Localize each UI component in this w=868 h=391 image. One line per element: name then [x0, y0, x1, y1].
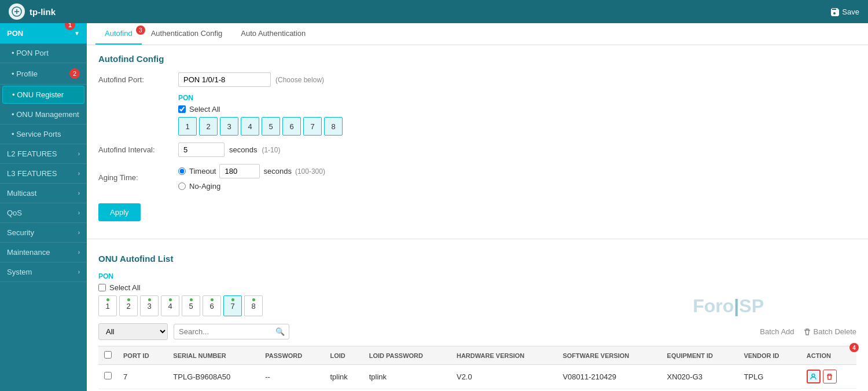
pon-dot-btn-4[interactable]: 4	[161, 295, 179, 316]
sidebar: PON 1 ▼ • PON Port • Profile 2 • ONU Reg…	[0, 23, 87, 391]
tab-auto-auth[interactable]: Auto Authentication	[231, 23, 315, 45]
pon-btn-8[interactable]: 8	[324, 117, 343, 136]
tab-autofind[interactable]: Autofind 3	[95, 23, 142, 45]
sidebar-group-qos[interactable]: QoS ›	[0, 203, 87, 223]
cell-equipment-id: XN020-G3	[661, 365, 738, 389]
pon-label-list: PON	[98, 272, 856, 280]
sidebar-pon-header[interactable]: PON 1 ▼	[0, 23, 87, 43]
sidebar-group-l2[interactable]: L2 FEATURES ›	[0, 144, 87, 164]
tab-auth-config[interactable]: Authentication Config	[142, 23, 232, 45]
action-register-icon[interactable]	[807, 370, 821, 383]
interval-unit: seconds	[229, 145, 257, 154]
select-all-checkbox-list[interactable]	[98, 284, 106, 291]
col-port-id: PORT ID	[117, 346, 167, 365]
logo-text: tp-link	[30, 7, 56, 17]
row-checkbox[interactable]	[104, 372, 112, 379]
sidebar-item-profile[interactable]: • Profile 2	[0, 63, 87, 85]
col-software-version: SOFTWARE VERSION	[557, 346, 661, 365]
select-all-label-config: Select All	[189, 105, 220, 114]
col-hardware-version: HARDWARE VERSION	[451, 346, 557, 365]
action-buttons-right: Batch Add Batch Delete	[749, 327, 856, 336]
sidebar-group-multicast[interactable]: Multicast ›	[0, 184, 87, 203]
pon-btn-1[interactable]: 1	[178, 117, 197, 136]
sidebar-group-system[interactable]: System ›	[0, 262, 87, 282]
header: tp-link Save	[0, 0, 868, 23]
pon-btn-5[interactable]: 5	[262, 117, 280, 136]
cell-loid: tplink	[324, 365, 363, 389]
multicast-chevron: ›	[78, 190, 80, 196]
port-input[interactable]	[178, 72, 271, 87]
no-aging-radio[interactable]	[178, 182, 186, 190]
sidebar-item-onu-management[interactable]: • ONU Management	[0, 105, 87, 125]
pon-btn-2[interactable]: 2	[199, 117, 218, 136]
timeout-input[interactable]	[219, 164, 260, 178]
apply-button[interactable]: Apply	[98, 203, 141, 221]
maintenance-chevron: ›	[78, 249, 80, 255]
sidebar-group-security[interactable]: Security ›	[0, 223, 87, 243]
sidebar-group-l3[interactable]: L3 FEATURES ›	[0, 164, 87, 184]
aging-label: Aging Time:	[98, 173, 174, 182]
save-button[interactable]: Save	[830, 7, 859, 16]
cell-serial-number: TPLG-B9608A50	[167, 365, 259, 389]
sidebar-item-pon-port[interactable]: • PON Port	[0, 43, 87, 63]
cell-software-version: V08011-210429	[557, 365, 661, 389]
interval-range: (1-10)	[262, 146, 280, 154]
l3-chevron: ›	[78, 170, 80, 177]
batch-delete-button[interactable]: Batch Delete	[803, 327, 856, 336]
cell-action	[801, 365, 856, 389]
timeout-option: Timeout seconds (100-300)	[178, 164, 325, 178]
timeout-radio[interactable]	[178, 167, 186, 175]
col-action: ACTION 4	[801, 346, 856, 365]
cell-hardware-version: V2.0	[451, 365, 557, 389]
pon-btn-6[interactable]: 6	[282, 117, 301, 136]
action-col-badge: 4	[849, 343, 859, 352]
pon-btn-4[interactable]: 4	[241, 117, 259, 136]
filter-select[interactable]: All	[98, 323, 168, 340]
sidebar-item-onu-register[interactable]: • ONU Register	[2, 86, 84, 104]
col-serial-number: SERIAL NUMBER	[167, 346, 259, 365]
action-delete-icon[interactable]	[823, 370, 837, 383]
pon-dot-btn-6[interactable]: 6	[203, 295, 221, 316]
port-label: Autofind Port:	[98, 75, 174, 84]
aging-options: Timeout seconds (100-300) No-Aging	[178, 164, 325, 191]
pon-dot-btn-1[interactable]: 1	[98, 295, 117, 316]
pon-dot-btn-7[interactable]: 7	[223, 295, 242, 316]
sidebar-group-maintenance[interactable]: Maintenance ›	[0, 243, 87, 262]
save-label: Save	[842, 8, 859, 16]
no-aging-label: No-Aging	[189, 182, 220, 191]
col-password: PASSWORD	[259, 346, 324, 365]
autofind-config-title: Autofind Config	[98, 54, 856, 64]
aging-row: Aging Time: Timeout seconds (100-300) No…	[98, 164, 856, 191]
table-select-all[interactable]	[104, 351, 112, 359]
svg-point-1	[812, 374, 815, 377]
pon-dot-btn-2[interactable]: 2	[119, 295, 138, 316]
logo-icon	[9, 3, 25, 20]
l2-chevron: ›	[78, 151, 80, 157]
select-all-checkbox-config[interactable]	[178, 105, 186, 113]
timeout-range: (100-300)	[295, 167, 325, 176]
tabs-bar: Autofind 3 Authentication Config Auto Au…	[87, 23, 868, 45]
interval-input[interactable]	[178, 142, 225, 157]
pon-dot-btn-5[interactable]: 5	[182, 295, 200, 316]
pon-dot-btn-8[interactable]: 8	[244, 295, 263, 316]
pon-btn-7[interactable]: 7	[303, 117, 322, 136]
select-all-label-list: Select All	[109, 283, 140, 292]
pon-dot-buttons: 1 2 3 4 5 6 7 8	[98, 295, 856, 316]
pon-btn-3[interactable]: 3	[220, 117, 238, 136]
pon-selector-list: PON Select All 1 2 3 4 5 6 7 8	[98, 272, 856, 316]
batch-add-button[interactable]: Batch Add	[749, 327, 794, 336]
pon-dot-btn-3[interactable]: 3	[140, 295, 159, 316]
table-footer: Select 0 of 1 items Select all Showing 1…	[98, 389, 856, 392]
onu-list-section: ONU Autofind List Foro|SP PON Select All…	[87, 248, 868, 391]
interval-row: Autofind Interval: seconds (1-10)	[98, 142, 856, 157]
onu-table: PORT ID SERIAL NUMBER PASSWORD LOID LOID…	[98, 346, 856, 389]
select-all-list: Select All	[98, 283, 856, 292]
sidebar-item-service-ports[interactable]: • Service Ports	[0, 125, 87, 144]
search-input[interactable]	[174, 324, 289, 339]
port-hint: (Choose below)	[275, 76, 324, 84]
autofind-port-row: Autofind Port: (Choose below)	[98, 72, 856, 87]
pon-badge: 1	[65, 23, 75, 30]
col-vendor-id: VENDOR ID	[738, 346, 800, 365]
col-equipment-id: EQUIPMENT ID	[661, 346, 738, 365]
pon-label: PON	[7, 29, 23, 38]
